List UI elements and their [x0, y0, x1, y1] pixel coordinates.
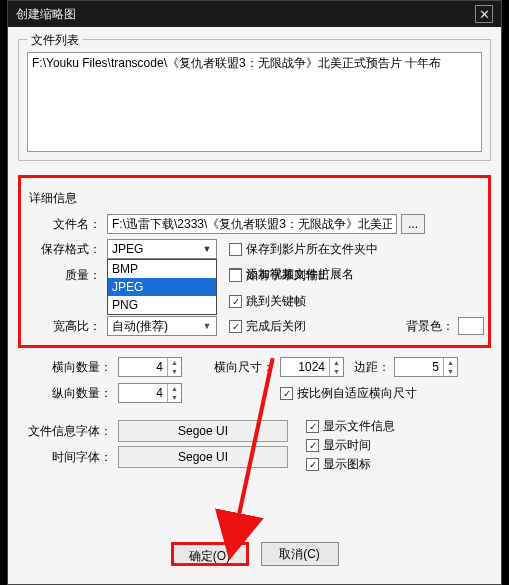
label-show-info: 显示文件信息 [323, 418, 395, 435]
checkbox-save-src-folder[interactable] [229, 243, 242, 256]
label-time-font: 时间字体： [18, 449, 118, 466]
spin-down-icon[interactable]: ▼ [444, 367, 457, 376]
label-close-after: 完成后关闭 [246, 318, 306, 335]
label-keyframe: 跳到关键帧 [246, 293, 306, 310]
label-info-font: 文件信息字体： [18, 423, 118, 440]
label-format: 保存格式： [25, 241, 107, 258]
checkbox-keyframe[interactable]: ✓ [229, 295, 242, 308]
fonts-section: 文件信息字体： Segoe UI 时间字体： Segoe UI ✓ 显示文件信息… [18, 418, 491, 473]
hsize-value: 1024 [281, 358, 329, 376]
spin-down-icon[interactable]: ▼ [168, 393, 181, 402]
format-combo-value: JPEG [112, 242, 143, 256]
window-title: 创建缩略图 [16, 6, 475, 23]
vcount-spin[interactable]: 4 ▲▼ [118, 383, 182, 403]
ratio-combo[interactable]: 自动(推荐) ▼ [107, 316, 217, 336]
margin-spin[interactable]: 5 ▲▼ [394, 357, 458, 377]
spin-up-icon[interactable]: ▲ [168, 358, 181, 367]
spin-up-icon[interactable]: ▲ [330, 358, 343, 367]
label-subtitle: 如有字幕则输出 [246, 267, 330, 284]
label-show-icon: 显示图标 [323, 456, 371, 473]
ok-button[interactable]: 确定(O) [171, 542, 249, 566]
chevron-down-icon: ▼ [200, 244, 214, 254]
checkbox-show-info[interactable]: ✓ [306, 420, 319, 433]
label-hcount: 横向数量： [18, 359, 118, 376]
label-filename: 文件名： [25, 216, 107, 233]
file-list-box[interactable]: F:\Youku Files\transcode\《复仇者联盟3：无限战争》北美… [27, 52, 482, 152]
checkbox-show-time[interactable]: ✓ [306, 439, 319, 452]
info-font-button[interactable]: Segoe UI [118, 420, 288, 442]
file-list-item[interactable]: F:\Youku Files\transcode\《复仇者联盟3：无限战争》北美… [32, 55, 477, 72]
spin-up-icon[interactable]: ▲ [168, 384, 181, 393]
time-font-button[interactable]: Segoe UI [118, 446, 288, 468]
checkbox-close-after[interactable]: ✓ [229, 320, 242, 333]
filename-input[interactable] [107, 214, 397, 234]
format-combo[interactable]: JPEG ▼ BMP JPEG PNG [107, 239, 217, 259]
checkbox-auto-scale[interactable]: ✓ [280, 387, 293, 400]
label-margin: 边距： [354, 359, 390, 376]
format-option-jpeg[interactable]: JPEG [108, 278, 216, 296]
format-dropdown: BMP JPEG PNG [107, 259, 217, 315]
spin-up-icon[interactable]: ▲ [444, 358, 457, 367]
dialog-window: 创建缩略图 ✕ 文件列表 F:\Youku Files\transcode\《复… [7, 0, 502, 585]
label-show-time: 显示时间 [323, 437, 371, 454]
dialog-content: 文件列表 F:\Youku Files\transcode\《复仇者联盟3：无限… [8, 27, 501, 584]
spin-down-icon[interactable]: ▼ [168, 367, 181, 376]
hcount-spin[interactable]: 4 ▲▼ [118, 357, 182, 377]
close-icon[interactable]: ✕ [475, 5, 493, 23]
browse-button[interactable]: ... [401, 214, 425, 234]
label-ratio: 宽高比： [25, 318, 107, 335]
bgcolor-swatch[interactable] [458, 317, 484, 335]
file-list-legend: 文件列表 [27, 32, 83, 49]
numeric-section: 横向数量： 4 ▲▼ 横向尺寸： 1024 ▲▼ 边距： 5 ▲▼ [18, 354, 491, 406]
title-bar: 创建缩略图 ✕ [8, 1, 501, 27]
detail-group: 详细信息 文件名： ... 保存格式： JPEG ▼ BMP JPEG PNG [25, 182, 484, 338]
checkbox-show-icon[interactable]: ✓ [306, 458, 319, 471]
detail-legend: 详细信息 [25, 190, 484, 211]
margin-value: 5 [395, 358, 443, 376]
ratio-combo-value: 自动(推荐) [112, 318, 168, 335]
file-list-group: 文件列表 F:\Youku Files\transcode\《复仇者联盟3：无限… [18, 39, 491, 161]
label-vcount: 纵向数量： [18, 385, 118, 402]
highlight-detail: 详细信息 文件名： ... 保存格式： JPEG ▼ BMP JPEG PNG [18, 175, 491, 348]
hcount-value: 4 [119, 358, 167, 376]
spin-down-icon[interactable]: ▼ [330, 367, 343, 376]
vcount-value: 4 [119, 384, 167, 402]
label-quality: 质量： [25, 267, 107, 284]
hsize-spin[interactable]: 1024 ▲▼ [280, 357, 344, 377]
label-hsize: 横向尺寸： [200, 359, 280, 376]
checkbox-subtitle[interactable] [229, 269, 242, 282]
format-option-bmp[interactable]: BMP [108, 260, 216, 278]
label-auto-scale: 按比例自适应横向尺寸 [297, 385, 417, 402]
format-option-png[interactable]: PNG [108, 296, 216, 314]
label-save-src-folder: 保存到影片所在文件夹中 [246, 241, 378, 258]
chevron-down-icon: ▼ [200, 321, 214, 331]
button-bar: 确定(O) 取消(C) [18, 528, 491, 576]
cancel-button[interactable]: 取消(C) [261, 542, 339, 566]
display-options: ✓ 显示文件信息 ✓ 显示时间 ✓ 显示图标 [306, 418, 395, 473]
label-bgcolor: 背景色： [406, 318, 454, 335]
